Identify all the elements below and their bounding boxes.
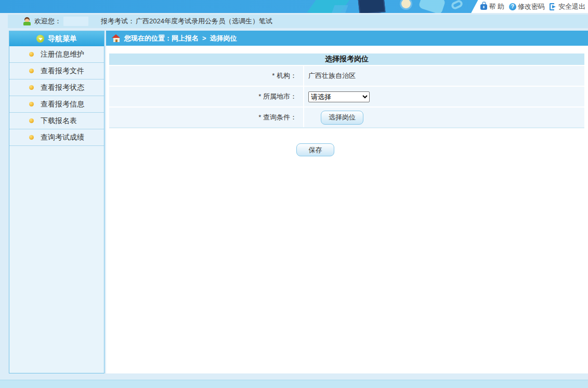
lock-icon <box>480 3 487 10</box>
choose-position-button[interactable]: 选择岗位 <box>321 111 363 125</box>
query-label: * 查询条件： <box>109 108 304 127</box>
exam-label: 报考考试： <box>101 17 135 26</box>
main-content: 选择报考岗位 * 机构： 广西壮族自治区 * 所属地市： 请选择 * 查询条件：… <box>106 46 588 373</box>
bullet-icon <box>29 85 34 90</box>
sidebar-item-exam-results[interactable]: 查询考试成绩 <box>9 129 104 146</box>
exam-name: 广西2024年度考试录用公务员（选调生）笔试 <box>136 17 272 26</box>
bullet-icon <box>29 102 34 106</box>
bullet-icon <box>29 52 34 57</box>
home-icon <box>112 34 121 42</box>
breadcrumb-current: 选择岗位 <box>210 34 237 43</box>
change-password-label: 修改密码 <box>518 2 545 11</box>
sidebar-nav: 导航菜单 注册信息维护 查看报考文件 查看报考状态 查看报考信息 下载报名表 查… <box>9 31 104 373</box>
breadcrumb: 您现在的位置： 网上报名 > 选择岗位 <box>106 31 588 46</box>
breadcrumb-section[interactable]: 网上报名 <box>172 34 199 43</box>
sidebar-item-label: 下载报名表 <box>41 116 77 126</box>
breadcrumb-prefix: 您现在的位置： <box>124 34 172 43</box>
sidebar-item-label: 查看报考信息 <box>41 100 84 109</box>
user-icon <box>23 17 31 25</box>
banner-decoration <box>418 0 446 13</box>
sidebar-item-label: 查看报考状态 <box>41 83 84 92</box>
bullet-icon <box>29 118 34 123</box>
help-link[interactable]: 帮 助 <box>480 2 504 11</box>
sidebar-item-label: 注册信息维护 <box>41 50 84 59</box>
sidebar-item-exam-status[interactable]: 查看报考状态 <box>9 79 104 96</box>
banner-links: 帮 助 ? 修改密码 安全退出 <box>480 0 585 13</box>
welcome-bar: 欢迎您： 报考考试： 广西2024年度考试录用公务员（选调生）笔试 <box>8 15 588 28</box>
banner-decoration <box>450 0 464 10</box>
sidebar-item-exam-files[interactable]: 查看报考文件 <box>9 63 104 79</box>
sidebar-title: 导航菜单 <box>48 34 77 44</box>
city-select[interactable]: 请选择 <box>308 91 370 102</box>
sidebar-item-label: 查看报考文件 <box>41 66 84 76</box>
bullet-icon <box>29 135 34 140</box>
position-form: 选择报考岗位 * 机构： 广西壮族自治区 * 所属地市： 请选择 * 查询条件：… <box>109 53 584 128</box>
organization-label: * 机构： <box>109 66 304 86</box>
sidebar-item-label: 查询考试成绩 <box>41 133 84 142</box>
page: { "banner": { "links": [ { "icon": "lock… <box>0 0 588 388</box>
top-banner: 帮 助 ? 修改密码 安全退出 <box>0 0 588 13</box>
form-row-query: * 查询条件： 选择岗位 <box>109 108 584 128</box>
sidebar-header: 导航菜单 <box>9 31 104 46</box>
chevron-down-icon <box>36 35 44 43</box>
sidebar-item-register-info[interactable]: 注册信息维护 <box>9 46 104 63</box>
breadcrumb-separator: > <box>202 34 206 42</box>
sidebar-menu: 注册信息维护 查看报考文件 查看报考状态 查看报考信息 下载报名表 查询考试成绩 <box>9 46 104 146</box>
banner-decoration <box>358 0 386 13</box>
form-row-organization: * 机构： 广西壮族自治区 <box>109 66 584 87</box>
city-label: * 所属地市： <box>109 87 304 106</box>
user-name <box>63 17 88 26</box>
sidebar-item-download-form[interactable]: 下载报名表 <box>9 113 104 129</box>
bullet-icon <box>29 69 34 73</box>
logout-label: 安全退出 <box>558 2 585 11</box>
save-button[interactable]: 保存 <box>296 143 334 156</box>
logout-link[interactable]: 安全退出 <box>550 2 585 11</box>
welcome-greeting: 欢迎您： <box>34 17 61 26</box>
help-label: 帮 助 <box>489 2 504 11</box>
footer-strip <box>0 380 588 388</box>
question-icon: ? <box>509 3 516 10</box>
organization-value: 广西壮族自治区 <box>308 71 356 81</box>
sidebar-item-exam-info[interactable]: 查看报考信息 <box>9 96 104 113</box>
banner-decoration <box>401 0 411 8</box>
exit-icon <box>550 3 557 10</box>
change-password-link[interactable]: ? 修改密码 <box>509 2 545 11</box>
form-title: 选择报考岗位 <box>109 53 584 66</box>
form-row-city: * 所属地市： 请选择 <box>109 87 584 108</box>
